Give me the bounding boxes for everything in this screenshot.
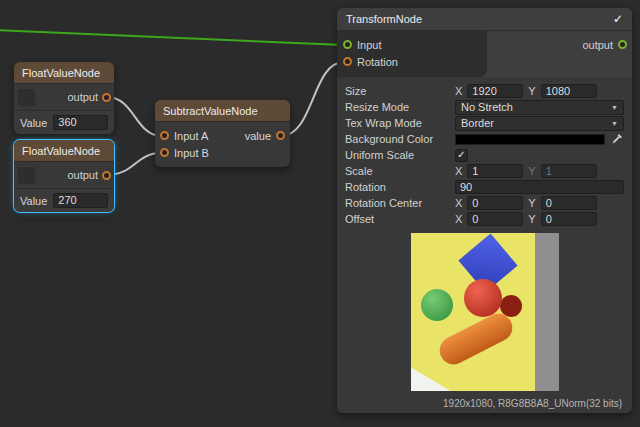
preview-red-sphere (464, 279, 502, 317)
subtract-value-node[interactable]: SubtractValueNode Input A Input B value (155, 100, 290, 167)
node-preview-box (18, 89, 35, 106)
node-title: TransformNode (346, 13, 422, 25)
rotation-center-y-label: Y (528, 197, 535, 209)
chevron-down-icon: ▼ (611, 120, 618, 127)
preview-gray-strip (535, 233, 559, 391)
preview-footer: 1920x1080, R8G8B8A8_UNorm(32 bits) (337, 393, 632, 413)
node-header[interactable]: FloatValueNode (14, 140, 114, 162)
tex-wrap-mode-label: Tex Wrap Mode (345, 117, 455, 129)
node-header[interactable]: TransformNode ✓ (337, 8, 632, 31)
transform-node[interactable]: TransformNode ✓ Input Rotation output (337, 8, 632, 413)
preview-area (337, 233, 632, 393)
preview-green-sphere (421, 289, 453, 321)
rotation-port-label: Rotation (357, 56, 398, 68)
node-title: FloatValueNode (22, 67, 100, 79)
rotation-center-row: Rotation Center X 0 Y 0 (345, 195, 624, 211)
eyedropper-icon[interactable] (610, 133, 624, 146)
preview-image (411, 233, 559, 391)
value-output-port[interactable] (276, 131, 285, 140)
offset-y-label: Y (528, 213, 535, 225)
input-ports-container: Input Rotation (337, 31, 487, 77)
scale-y-label: Y (528, 165, 535, 177)
tex-wrap-mode-value: Border (461, 117, 494, 129)
size-y-label: Y (528, 85, 535, 97)
uniform-scale-row: Uniform Scale ✓ (345, 147, 624, 163)
input-port[interactable] (343, 40, 352, 49)
node-preview-box (18, 167, 35, 184)
input-b-label: Input B (174, 147, 209, 159)
preview-orange-cylinder (434, 309, 516, 369)
output-ports-container: output (487, 31, 632, 77)
scale-row: Scale X 1 Y 1 (345, 163, 624, 179)
value-input[interactable]: 270 (53, 193, 108, 208)
output-port[interactable] (102, 93, 111, 102)
tex-wrap-mode-dropdown[interactable]: Border ▼ (455, 116, 624, 131)
rotation-center-label: Rotation Center (345, 197, 455, 209)
node-title: FloatValueNode (22, 145, 100, 157)
background-color-label: Background Color (345, 133, 455, 145)
resize-mode-row: Resize Mode No Stretch ▼ (345, 99, 624, 115)
float-value-node-2[interactable]: FloatValueNode output Value 270 (14, 140, 114, 212)
enabled-checkmark-icon[interactable]: ✓ (613, 12, 623, 26)
value-output-label: value (245, 130, 271, 142)
input-a-label: Input A (174, 130, 208, 142)
rotation-label: Rotation (345, 181, 455, 193)
tex-wrap-mode-row: Tex Wrap Mode Border ▼ (345, 115, 624, 131)
rotation-center-x-field[interactable]: 0 (467, 196, 523, 210)
output-port[interactable] (618, 40, 627, 49)
node-graph-canvas[interactable]: FloatValueNode output Value 360 FloatVal… (0, 0, 640, 427)
resize-mode-value: No Stretch (461, 101, 513, 113)
background-color-swatch[interactable] (455, 134, 605, 145)
value-label: Value (20, 117, 47, 129)
output-port[interactable] (102, 171, 111, 180)
chevron-down-icon: ▼ (611, 104, 618, 111)
rotation-row: Rotation 90 (345, 179, 624, 195)
uniform-scale-checkbox[interactable]: ✓ (455, 149, 468, 162)
output-port-label: output (582, 39, 613, 51)
scale-y-field: 1 (541, 164, 597, 178)
output-port-label: output (67, 169, 98, 181)
rotation-port[interactable] (343, 57, 352, 66)
node-title: SubtractValueNode (163, 105, 258, 117)
size-x-field[interactable]: 1920 (467, 84, 523, 98)
node-header[interactable]: SubtractValueNode (155, 100, 290, 122)
rotation-center-y-field[interactable]: 0 (541, 196, 597, 210)
rotation-center-x-label: X (455, 197, 462, 209)
resize-mode-label: Resize Mode (345, 101, 455, 113)
scale-x-label: X (455, 165, 462, 177)
offset-row: Offset X 0 Y 0 (345, 211, 624, 227)
float-value-node-1[interactable]: FloatValueNode output Value 360 (14, 62, 114, 134)
input-port-label: Input (357, 39, 381, 51)
size-x-label: X (455, 85, 462, 97)
edge-float2-to-inputB[interactable] (107, 153, 161, 175)
rotation-field[interactable]: 90 (455, 180, 624, 194)
value-input[interactable]: 360 (53, 115, 108, 130)
edge-subtract-to-rotation[interactable] (281, 62, 344, 136)
offset-x-field[interactable]: 0 (467, 212, 523, 226)
scale-label: Scale (345, 165, 455, 177)
size-label: Size (345, 85, 455, 97)
size-y-field[interactable]: 1080 (541, 84, 597, 98)
resize-mode-dropdown[interactable]: No Stretch ▼ (455, 100, 624, 115)
value-label: Value (20, 195, 47, 207)
edge-float1-to-inputA[interactable] (107, 97, 161, 136)
background-color-row: Background Color (345, 131, 624, 147)
offset-x-label: X (455, 213, 462, 225)
node-header[interactable]: FloatValueNode (14, 62, 114, 84)
offset-y-field[interactable]: 0 (541, 212, 597, 226)
output-port-label: output (67, 91, 98, 103)
scale-x-field[interactable]: 1 (467, 164, 523, 178)
input-a-port[interactable] (160, 131, 169, 140)
edge-green-to-transform-input[interactable] (0, 30, 343, 45)
size-row: Size X 1920 Y 1080 (345, 83, 624, 99)
uniform-scale-label: Uniform Scale (345, 149, 455, 161)
preview-white-wedge (411, 361, 451, 391)
offset-label: Offset (345, 213, 455, 225)
input-b-port[interactable] (160, 148, 169, 157)
